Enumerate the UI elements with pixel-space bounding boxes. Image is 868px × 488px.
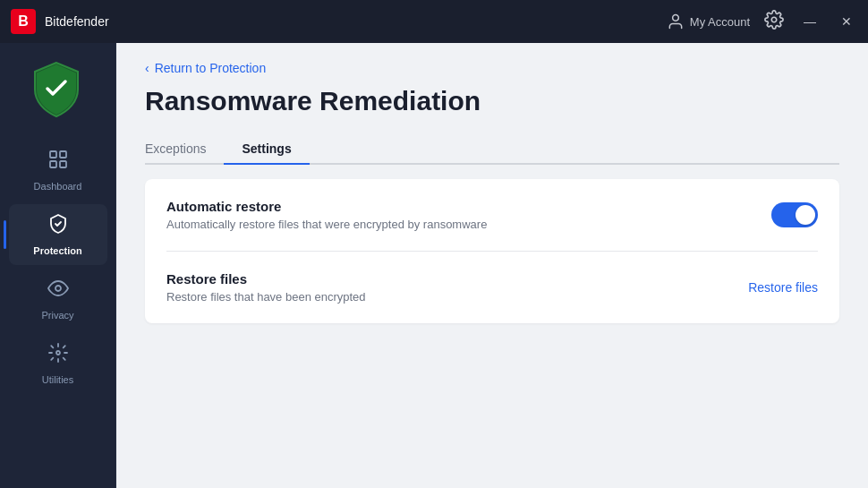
window-controls: — ✕ (798, 11, 857, 32)
settings-card: Automatic restore Automatically restore … (145, 179, 839, 323)
protection-label: Protection (33, 245, 81, 256)
sidebar-item-utilities[interactable]: Utilities (9, 333, 107, 394)
title-bar-left: B Bitdefender (11, 9, 109, 34)
settings-gear-icon[interactable] (764, 10, 784, 33)
toggle-thumb (796, 205, 815, 225)
sidebar: Dashboard Protection Privacy (0, 43, 116, 488)
close-button[interactable]: ✕ (836, 11, 857, 32)
toggle-track (771, 202, 818, 227)
automatic-restore-row: Automatic restore Automatically restore … (166, 179, 818, 252)
svg-rect-3 (60, 151, 66, 158)
restore-files-desc: Restore files that have been encrypted (166, 290, 366, 304)
automatic-restore-title: Automatic restore (166, 199, 487, 214)
back-link-label: Return to Protection (155, 61, 267, 75)
content-inner: ‹ Return to Protection Ransomware Remedi… (116, 43, 868, 488)
sidebar-shield (31, 61, 85, 115)
restore-files-row: Restore files Restore files that have be… (166, 252, 818, 323)
content-area: ‹ Return to Protection Ransomware Remedi… (116, 43, 868, 488)
automatic-restore-info: Automatic restore Automatically restore … (166, 199, 487, 231)
title-bar: B Bitdefender My Account — ✕ (0, 0, 868, 43)
app-logo: B (11, 9, 36, 34)
sidebar-item-protection[interactable]: Protection (9, 204, 107, 265)
protection-icon (47, 213, 69, 240)
sidebar-item-privacy[interactable]: Privacy (9, 269, 107, 330)
utilities-icon (47, 342, 69, 369)
tabs-bar: Exceptions Settings (145, 134, 839, 165)
my-account-button[interactable]: My Account (667, 13, 750, 30)
svg-point-0 (672, 15, 678, 21)
restore-files-title: Restore files (166, 271, 366, 287)
svg-rect-2 (50, 151, 56, 158)
utilities-label: Utilities (42, 374, 73, 385)
tab-settings[interactable]: Settings (224, 134, 309, 165)
dashboard-label: Dashboard (34, 181, 82, 192)
svg-point-1 (771, 17, 777, 22)
svg-point-6 (55, 286, 61, 291)
automatic-restore-toggle[interactable] (771, 202, 818, 227)
back-chevron-icon: ‹ (145, 61, 149, 75)
privacy-label: Privacy (41, 310, 73, 321)
restore-files-info: Restore files Restore files that have be… (166, 271, 366, 304)
privacy-icon (47, 278, 69, 304)
account-label: My Account (690, 15, 750, 29)
sidebar-item-dashboard[interactable]: Dashboard (9, 140, 107, 201)
automatic-restore-desc: Automatically restore files that were en… (166, 218, 487, 231)
app-name: Bitdefender (45, 14, 109, 29)
svg-rect-4 (50, 161, 56, 167)
back-to-protection-link[interactable]: ‹ Return to Protection (145, 61, 839, 75)
page-title: Ransomware Remediation (145, 86, 839, 116)
svg-point-7 (56, 351, 60, 355)
account-icon (667, 13, 685, 30)
title-bar-right: My Account — ✕ (667, 10, 857, 33)
svg-rect-5 (60, 161, 66, 167)
dashboard-icon (47, 149, 69, 176)
main-layout: Dashboard Protection Privacy (0, 43, 868, 488)
minimize-button[interactable]: — (798, 11, 821, 32)
tab-exceptions[interactable]: Exceptions (145, 134, 224, 165)
restore-files-link[interactable]: Restore files (748, 280, 818, 295)
